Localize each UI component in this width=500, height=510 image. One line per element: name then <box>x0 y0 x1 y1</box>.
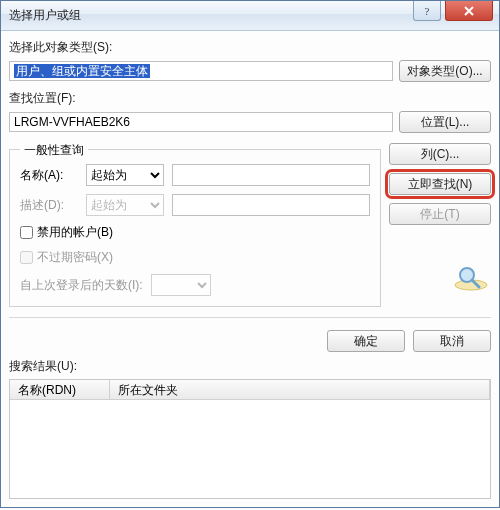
location-label: 查找位置(F): <box>9 90 491 107</box>
find-now-button[interactable]: 立即查找(N) <box>389 173 491 195</box>
window-title: 选择用户或组 <box>9 7 81 24</box>
object-type-value: 用户、组或内置安全主体 <box>14 64 150 78</box>
close-button[interactable] <box>445 1 493 21</box>
search-results-label: 搜索结果(U): <box>9 358 491 375</box>
dialog-body: 选择此对象类型(S): 用户、组或内置安全主体 对象类型(O)... 查找位置(… <box>1 31 499 507</box>
stop-button: 停止(T) <box>389 203 491 225</box>
title-bar: 选择用户或组 ? <box>1 1 499 31</box>
column-folder[interactable]: 所在文件夹 <box>110 380 490 399</box>
locations-button[interactable]: 位置(L)... <box>399 111 491 133</box>
disabled-accounts-checkbox[interactable] <box>20 226 33 239</box>
name-input[interactable] <box>172 164 370 186</box>
object-type-label: 选择此对象类型(S): <box>9 39 491 56</box>
columns-button[interactable]: 列(C)... <box>389 143 491 165</box>
results-body <box>10 400 490 498</box>
nonexpiring-pw-label: 不过期密码(X) <box>37 249 113 266</box>
name-match-combo[interactable]: 起始为 <box>86 164 164 186</box>
days-since-logon-label: 自上次登录后的天数(I): <box>20 277 143 294</box>
results-list[interactable]: 名称(RDN) 所在文件夹 <box>9 379 491 499</box>
nonexpiring-pw-checkbox <box>20 251 33 264</box>
window-controls: ? <box>413 1 493 21</box>
help-button[interactable]: ? <box>413 1 441 21</box>
divider <box>9 317 491 318</box>
ok-button[interactable]: 确定 <box>327 330 405 352</box>
groupbox-legend: 一般性查询 <box>20 142 88 159</box>
object-type-field[interactable]: 用户、组或内置安全主体 <box>9 61 393 81</box>
svg-text:?: ? <box>425 5 430 17</box>
results-header: 名称(RDN) 所在文件夹 <box>10 380 490 400</box>
name-label: 名称(A): <box>20 167 78 184</box>
disabled-accounts-label: 禁用的帐户(B) <box>37 224 113 241</box>
object-types-button[interactable]: 对象类型(O)... <box>399 60 491 82</box>
column-name[interactable]: 名称(RDN) <box>10 380 110 399</box>
location-field[interactable]: LRGM-VVFHAEB2K6 <box>9 112 393 132</box>
common-queries-group: 一般性查询 名称(A): 起始为 描述(D): 起始为 <box>9 149 381 307</box>
desc-input <box>172 194 370 216</box>
query-buttons-column: 列(C)... 立即查找(N) 停止(T) <box>389 143 491 307</box>
desc-match-combo: 起始为 <box>86 194 164 216</box>
search-graphic-icon <box>451 263 491 293</box>
desc-label: 描述(D): <box>20 197 78 214</box>
days-since-logon-combo <box>151 274 211 296</box>
location-value: LRGM-VVFHAEB2K6 <box>14 115 130 129</box>
cancel-button[interactable]: 取消 <box>413 330 491 352</box>
dialog-window: 选择用户或组 ? 选择此对象类型(S): 用户、组或内置安全主体 对象类型(O)… <box>0 0 500 508</box>
